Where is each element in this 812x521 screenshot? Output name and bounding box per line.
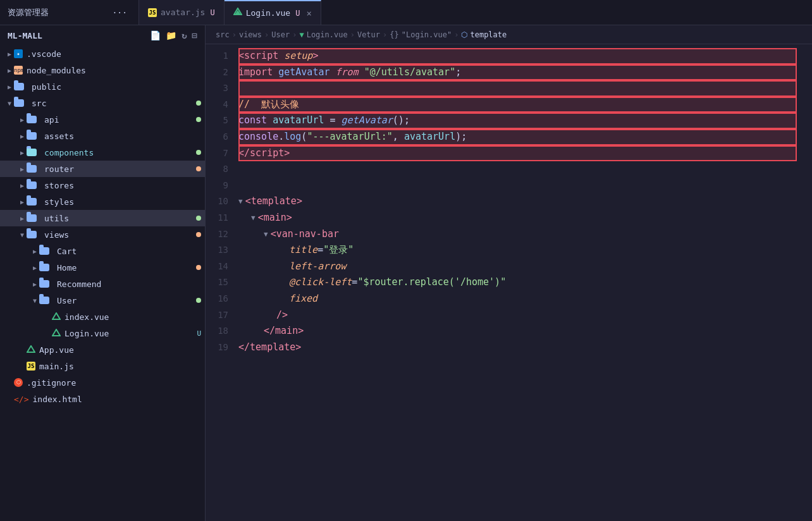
arrow-icon: ▶: [18, 166, 27, 173]
eq1: =: [317, 242, 323, 259]
sidebar-item-node-modules[interactable]: ▶ npm node_modules: [0, 62, 205, 78]
bc-template: template: [470, 30, 507, 39]
attr-setup: setup: [284, 48, 312, 64]
arrow-icon: ▶: [30, 264, 39, 271]
views-badge: [196, 232, 201, 237]
node-modules-label: node_modules: [27, 66, 86, 75]
code-line-4: // 默认头像: [238, 97, 797, 113]
sidebar-item-cart[interactable]: ▶ Cart: [0, 243, 205, 259]
sidebar-item-index-vue[interactable]: ▶ index.vue: [0, 309, 205, 325]
sidebar-item-stores[interactable]: ▶ stores: [0, 177, 205, 193]
recommend-label: Recommend: [57, 279, 101, 289]
self-close: />: [276, 307, 288, 324]
sidebar-item-assets[interactable]: ▶ assets: [0, 128, 205, 144]
bc-sep6: ›: [454, 30, 458, 39]
sidebar-item-styles[interactable]: ▶ styles: [0, 193, 205, 210]
sidebar: ML-MALL 📄 📁 ↻ ⊟ ▶ ✦ .vscode ▶ npm node_m…: [0, 25, 206, 521]
sidebar-item-src[interactable]: ▼ src: [0, 95, 205, 111]
tag-open: <script: [238, 48, 284, 64]
html-icon: </>: [14, 395, 28, 404]
refresh-icon[interactable]: ↻: [181, 30, 187, 40]
code-line-5: const avatarUrl = getAvatar();: [238, 113, 797, 129]
line-num-9: 9: [211, 178, 228, 194]
arrow-icon: ▼: [18, 231, 27, 238]
sidebar-item-utils[interactable]: ▶ utils: [0, 210, 205, 226]
eq2: =: [352, 274, 357, 291]
login-vue-dirty: U: [197, 329, 201, 338]
home-folder-icon: [39, 264, 53, 271]
bc-login-vue2: "Login.vue": [402, 30, 452, 39]
recommend-folder-icon: [39, 280, 53, 288]
code-line-6: console.log("---avatarUrl:", avatarUrl);: [238, 129, 797, 145]
log-paren: (: [301, 129, 307, 145]
src-label: src: [32, 99, 46, 108]
router-folder-icon: [27, 165, 40, 173]
arrow-icon: ▶: [5, 51, 14, 58]
bc-login-vue: Login.vue: [307, 30, 348, 39]
sidebar-item-gitignore[interactable]: ▶ ⬡ .gitignore: [0, 374, 205, 391]
new-folder-icon[interactable]: 📁: [166, 30, 176, 40]
tab-avatar-label: avatar.js: [161, 8, 205, 17]
sidebar-item-index-html[interactable]: ▶ </> index.html: [0, 391, 205, 407]
utils-folder-icon: [27, 214, 40, 222]
bc-sep5: ›: [383, 30, 387, 39]
router-label: router: [44, 164, 74, 174]
bc-vue-icon-inline: ▼: [299, 30, 304, 39]
bc-views: views: [239, 30, 262, 39]
attr-fixed: fixed: [289, 291, 317, 307]
line-num-12: 12: [211, 226, 228, 243]
sidebar-item-main-js[interactable]: ▶ JS main.js: [0, 358, 205, 374]
sidebar-item-components[interactable]: ▶ components: [0, 144, 205, 161]
user-badge: [196, 298, 201, 303]
line-num-17: 17: [211, 307, 228, 324]
api-label: api: [44, 115, 59, 125]
line-num-19: 19: [211, 340, 228, 356]
svg-marker-3: [52, 329, 60, 336]
sidebar-item-public[interactable]: ▶ public: [0, 78, 205, 95]
svg-marker-2: [52, 313, 60, 319]
tab-avatar-js[interactable]: JS avatar.js U: [139, 0, 225, 25]
semi3: ;: [461, 129, 467, 145]
code-line-7: </script>: [238, 145, 797, 162]
code-line-9: [238, 178, 797, 194]
bc-sep2: ›: [264, 30, 269, 39]
code-line-19: </template>: [238, 340, 797, 356]
sidebar-more-button[interactable]: ···: [109, 8, 131, 17]
tab-login-vue[interactable]: Login.vue U ×: [225, 0, 321, 25]
editor-area: src › views › User › ▼ Login.vue › Vetur…: [206, 25, 812, 521]
npm-icon: npm: [14, 66, 23, 75]
code-line-8: [238, 161, 797, 178]
public-label: public: [32, 82, 61, 92]
arrow-icon: ▼: [5, 100, 14, 107]
sidebar-item-vscode[interactable]: ▶ ✦ .vscode: [0, 46, 205, 62]
line-num-5: 5: [211, 113, 228, 129]
arrow-icon: ▶: [5, 83, 14, 90]
sidebar-item-api[interactable]: ▶ api: [0, 111, 205, 128]
sidebar-item-recommend[interactable]: ▶ Recommend: [0, 276, 205, 292]
line-num-14: 14: [211, 259, 228, 275]
code-line-18: </main>: [238, 323, 797, 340]
tab-login-close[interactable]: ×: [306, 8, 311, 18]
components-badge: [196, 150, 201, 155]
code-editor[interactable]: 1 2 3 4 5 6 7 8 9 10 11 12 13 14 15 16 1…: [206, 44, 812, 521]
attr-leftarrow: left-arrow: [289, 259, 346, 275]
sidebar-item-login-vue[interactable]: ▶ Login.vue U: [0, 325, 205, 341]
sidebar-item-views[interactable]: ▼ views: [0, 226, 205, 243]
var-avatarurl: avatarUrl: [273, 113, 329, 129]
sidebar-item-user[interactable]: ▼ User: [0, 292, 205, 309]
line-num-13: 13: [211, 242, 228, 259]
sidebar-item-app-vue[interactable]: ▶ App.vue: [0, 341, 205, 358]
vscode-label: .vscode: [27, 49, 61, 59]
new-file-icon[interactable]: 📄: [150, 30, 161, 40]
chevron-12: ▼: [264, 226, 268, 243]
line-num-4: 4: [211, 97, 228, 113]
sidebar-item-home[interactable]: ▶ Home: [0, 259, 205, 276]
collapse-icon[interactable]: ⊟: [192, 30, 197, 40]
stores-folder-icon: [27, 181, 40, 189]
line-num-18: 18: [211, 323, 228, 340]
gitignore-label: .gitignore: [27, 378, 76, 388]
sidebar-item-router[interactable]: ▶ router: [0, 161, 205, 177]
explorer-title: ML-MALL: [8, 31, 42, 40]
log-string: "---avatarUrl:": [307, 129, 392, 145]
code-line-2: import getAvatar from "@/utils/avatar";: [238, 64, 797, 81]
